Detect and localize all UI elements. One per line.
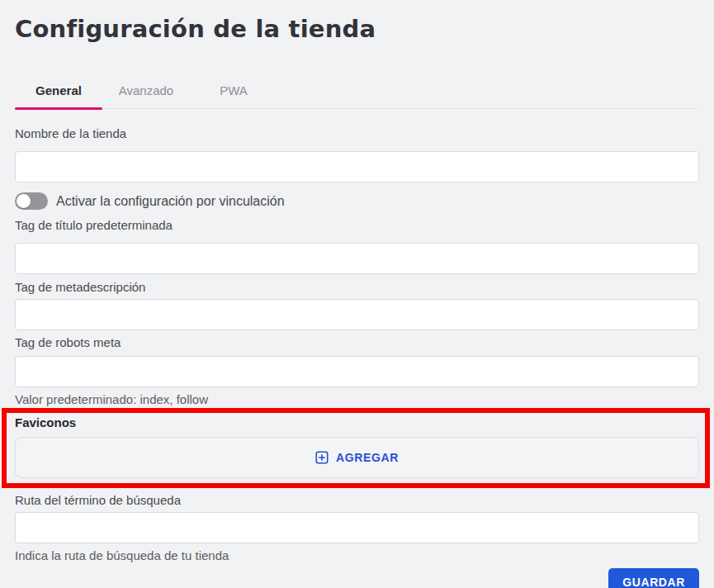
- search-path-input[interactable]: [15, 512, 699, 543]
- title-tag-label: Tag de título predeterminada: [15, 218, 699, 232]
- toggle-knob: [17, 194, 31, 208]
- search-path-label: Ruta del término de búsqueda: [15, 493, 699, 507]
- store-name-label: Nombre de la tienda: [15, 126, 699, 140]
- favicons-section-label: Faviconos: [15, 415, 699, 429]
- footer-actions: GUARDAR: [15, 568, 699, 588]
- robots-meta-input[interactable]: [15, 356, 699, 387]
- link-config-toggle[interactable]: [15, 192, 48, 210]
- page-title: Configuración de la tienda: [15, 15, 699, 43]
- store-settings-page: Configuración de la tienda General Avanz…: [0, 0, 714, 588]
- meta-description-label: Tag de metadescripción: [15, 280, 699, 294]
- favicons-panel: AGREGAR: [15, 437, 699, 478]
- add-favicon-button[interactable]: AGREGAR: [310, 448, 404, 467]
- tab-bar: General Avanzado PWA: [15, 76, 699, 109]
- store-name-input[interactable]: [15, 151, 699, 183]
- save-button[interactable]: GUARDAR: [608, 568, 699, 588]
- plus-square-icon: [315, 451, 329, 464]
- tab-avanzado[interactable]: Avanzado: [102, 76, 190, 108]
- link-config-toggle-label: Activar la configuración por vinculación: [56, 194, 285, 209]
- meta-description-input[interactable]: [15, 299, 699, 330]
- robots-meta-helper: Valor predeterminado: index, follow: [15, 393, 699, 406]
- search-path-helper: Indica la ruta de búsqueda de tu tienda: [15, 549, 699, 562]
- annotation-highlight-rectangle: Faviconos AGREGAR: [2, 408, 710, 488]
- add-favicon-button-label: AGREGAR: [336, 451, 399, 464]
- tab-pwa[interactable]: PWA: [190, 76, 277, 108]
- robots-meta-label: Tag de robots meta: [15, 335, 699, 349]
- tab-general[interactable]: General: [15, 76, 102, 108]
- title-tag-input[interactable]: [15, 243, 699, 274]
- link-config-toggle-row: Activar la configuración por vinculación: [15, 192, 699, 210]
